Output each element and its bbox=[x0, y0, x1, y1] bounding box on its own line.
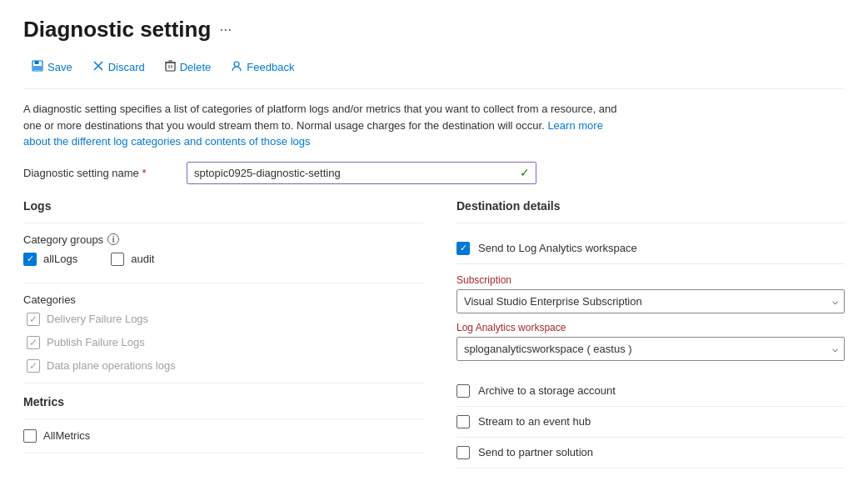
delivery-failure-checkbox: ✓ bbox=[27, 313, 40, 326]
svg-rect-2 bbox=[33, 66, 42, 70]
setting-name-row: Diagnostic setting name * ✓ bbox=[23, 162, 845, 184]
setting-name-wrapper: ✓ bbox=[187, 162, 536, 184]
categories-label: Categories bbox=[23, 293, 423, 306]
workspace-label: Log Analytics workspace bbox=[456, 322, 845, 333]
category-item-1: ✓ Delivery Failure Logs bbox=[23, 313, 423, 326]
save-button[interactable]: Save bbox=[23, 56, 81, 78]
audit-checkbox[interactable] bbox=[111, 253, 124, 266]
subscription-field-group: Subscription Visual Studio Enterprise Su… bbox=[456, 274, 845, 313]
discard-icon bbox=[92, 60, 104, 74]
delete-button[interactable]: Delete bbox=[157, 56, 220, 78]
storage-label: Archive to a storage account bbox=[478, 384, 616, 397]
log-analytics-fields: Subscription Visual Studio Enterprise Su… bbox=[456, 264, 845, 376]
categories-section: Categories ✓ Delivery Failure Logs ✓ Pub… bbox=[23, 293, 423, 373]
storage-checkbox[interactable] bbox=[456, 384, 470, 398]
alllogs-checkbox[interactable]: ✓ bbox=[23, 253, 37, 266]
event-hub-label: Stream to an event hub bbox=[478, 415, 591, 428]
category-item-3: ✓ Data plane operations logs bbox=[23, 359, 423, 373]
right-panel: Destination details ✓ Send to Log Analyt… bbox=[456, 199, 845, 468]
data-plane-label: Data plane operations logs bbox=[47, 359, 176, 372]
feedback-button[interactable]: Feedback bbox=[222, 56, 302, 78]
description-text: A diagnostic setting specifies a list of… bbox=[23, 101, 623, 150]
log-analytics-checkbox[interactable]: ✓ bbox=[456, 242, 470, 255]
storage-row: Archive to a storage account bbox=[456, 376, 845, 407]
workspace-field-group: Log Analytics workspace sploganalyticswo… bbox=[456, 322, 845, 361]
category-group-checkboxes: ✓ allLogs audit bbox=[23, 253, 423, 273]
left-panel: Logs Category groups i ✓ allLogs audit C… bbox=[23, 199, 423, 468]
publish-failure-label: Publish Failure Logs bbox=[47, 336, 145, 348]
alllogs-label: allLogs bbox=[43, 253, 77, 265]
category-groups-label: Category groups i bbox=[23, 233, 423, 246]
subscription-select[interactable]: Visual Studio Enterprise Subscription bbox=[456, 289, 845, 313]
allmetrics-checkbox-row: AllMetrics bbox=[23, 429, 423, 443]
log-analytics-label: Send to Log Analytics workspace bbox=[478, 242, 637, 254]
allmetrics-label: AllMetrics bbox=[43, 429, 90, 442]
partner-row: Send to partner solution bbox=[456, 438, 845, 468]
audit-checkbox-row: audit bbox=[111, 253, 154, 266]
delete-icon bbox=[165, 60, 176, 74]
allmetrics-checkbox[interactable] bbox=[23, 429, 37, 443]
log-analytics-row: ✓ Send to Log Analytics workspace bbox=[456, 233, 845, 264]
metrics-section-title: Metrics bbox=[23, 395, 423, 408]
workspace-select-wrapper: sploganalyticsworkspace ( eastus ) ⌵ bbox=[456, 337, 845, 361]
discard-button[interactable]: Discard bbox=[84, 56, 153, 78]
valid-check-icon: ✓ bbox=[520, 166, 530, 179]
main-content: Logs Category groups i ✓ allLogs audit C… bbox=[23, 199, 845, 468]
category-item-2: ✓ Publish Failure Logs bbox=[23, 336, 423, 349]
workspace-select[interactable]: sploganalyticsworkspace ( eastus ) bbox=[456, 337, 845, 361]
metrics-section: Metrics AllMetrics bbox=[23, 395, 423, 443]
save-icon bbox=[32, 60, 43, 74]
destination-title: Destination details bbox=[456, 199, 845, 213]
delivery-failure-label: Delivery Failure Logs bbox=[47, 313, 148, 325]
event-hub-row: Stream to an event hub bbox=[456, 407, 845, 438]
svg-point-10 bbox=[234, 62, 239, 67]
partner-checkbox[interactable] bbox=[456, 446, 470, 459]
publish-failure-checkbox: ✓ bbox=[27, 336, 40, 349]
audit-label: audit bbox=[131, 253, 154, 265]
svg-rect-1 bbox=[35, 61, 39, 64]
feedback-icon bbox=[231, 60, 242, 74]
category-groups-info-icon[interactable]: i bbox=[107, 233, 119, 245]
subscription-select-wrapper: Visual Studio Enterprise Subscription ⌵ bbox=[456, 289, 845, 313]
svg-rect-5 bbox=[166, 63, 175, 71]
page-title: Diagnostic setting ··· bbox=[23, 17, 845, 43]
partner-label: Send to partner solution bbox=[478, 446, 593, 458]
event-hub-checkbox[interactable] bbox=[456, 415, 470, 428]
subscription-label: Subscription bbox=[456, 274, 845, 286]
logs-section-title: Logs bbox=[23, 199, 423, 213]
setting-name-label: Diagnostic setting name * bbox=[23, 167, 173, 179]
toolbar: Save Discard Delete bbox=[23, 56, 845, 89]
setting-name-input[interactable] bbox=[187, 162, 536, 184]
alllogs-checkbox-row: ✓ allLogs bbox=[23, 253, 77, 266]
data-plane-checkbox: ✓ bbox=[27, 359, 40, 373]
